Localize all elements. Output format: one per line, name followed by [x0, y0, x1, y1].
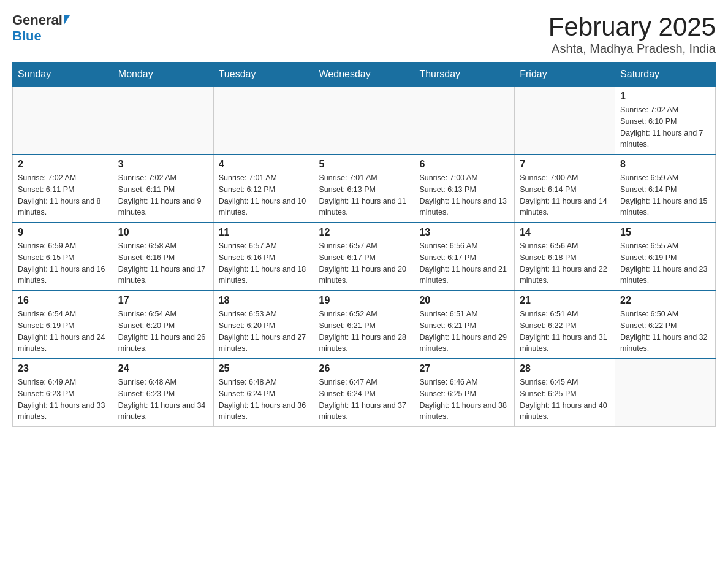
- header-tuesday: Tuesday: [213, 63, 314, 87]
- table-row: 18Sunrise: 6:53 AMSunset: 6:20 PMDayligh…: [213, 291, 314, 359]
- table-row: [113, 86, 213, 155]
- table-row: 2Sunrise: 7:02 AMSunset: 6:11 PMDaylight…: [13, 155, 113, 223]
- day-number: 28: [520, 363, 610, 374]
- day-info: Sunrise: 6:54 AMSunset: 6:20 PMDaylight:…: [118, 308, 208, 354]
- table-row: [515, 86, 615, 155]
- logo-blue-text: Blue: [12, 28, 42, 44]
- page-header: General Blue February 2025 Ashta, Madhya…: [12, 12, 716, 56]
- day-number: 10: [118, 227, 208, 238]
- logo: General Blue: [12, 12, 70, 44]
- day-info: Sunrise: 6:53 AMSunset: 6:20 PMDaylight:…: [219, 308, 309, 354]
- day-number: 23: [18, 363, 108, 374]
- calendar-week-row: 23Sunrise: 6:49 AMSunset: 6:23 PMDayligh…: [13, 359, 716, 427]
- day-info: Sunrise: 7:01 AMSunset: 6:12 PMDaylight:…: [219, 172, 309, 218]
- day-info: Sunrise: 6:52 AMSunset: 6:21 PMDaylight:…: [319, 308, 409, 354]
- calendar-week-row: 9Sunrise: 6:59 AMSunset: 6:15 PMDaylight…: [13, 223, 716, 291]
- day-info: Sunrise: 6:59 AMSunset: 6:15 PMDaylight:…: [18, 240, 108, 286]
- day-info: Sunrise: 6:59 AMSunset: 6:14 PMDaylight:…: [620, 172, 710, 218]
- day-number: 17: [118, 295, 208, 306]
- day-number: 6: [419, 159, 509, 170]
- day-info: Sunrise: 6:48 AMSunset: 6:24 PMDaylight:…: [219, 377, 309, 423]
- table-row: 26Sunrise: 6:47 AMSunset: 6:24 PMDayligh…: [314, 359, 414, 427]
- calendar-week-row: 1Sunrise: 7:02 AMSunset: 6:10 PMDaylight…: [13, 86, 716, 155]
- header-thursday: Thursday: [414, 63, 515, 87]
- table-row: [13, 86, 113, 155]
- header-sunday: Sunday: [13, 63, 113, 87]
- table-row: 7Sunrise: 7:00 AMSunset: 6:14 PMDaylight…: [515, 155, 615, 223]
- table-row: 25Sunrise: 6:48 AMSunset: 6:24 PMDayligh…: [213, 359, 314, 427]
- calendar-week-row: 2Sunrise: 7:02 AMSunset: 6:11 PMDaylight…: [13, 155, 716, 223]
- location-title: Ashta, Madhya Pradesh, India: [548, 42, 716, 56]
- table-row: 27Sunrise: 6:46 AMSunset: 6:25 PMDayligh…: [414, 359, 515, 427]
- day-number: 22: [620, 295, 710, 306]
- table-row: 10Sunrise: 6:58 AMSunset: 6:16 PMDayligh…: [113, 223, 213, 291]
- day-info: Sunrise: 6:56 AMSunset: 6:17 PMDaylight:…: [419, 240, 509, 286]
- day-number: 19: [319, 295, 409, 306]
- table-row: 19Sunrise: 6:52 AMSunset: 6:21 PMDayligh…: [314, 291, 414, 359]
- table-row: 24Sunrise: 6:48 AMSunset: 6:23 PMDayligh…: [113, 359, 213, 427]
- calendar-week-row: 16Sunrise: 6:54 AMSunset: 6:19 PMDayligh…: [13, 291, 716, 359]
- day-number: 4: [219, 159, 309, 170]
- month-title: February 2025: [548, 12, 716, 42]
- day-number: 1: [620, 91, 710, 102]
- table-row: 12Sunrise: 6:57 AMSunset: 6:17 PMDayligh…: [314, 223, 414, 291]
- header-monday: Monday: [113, 63, 213, 87]
- day-info: Sunrise: 6:49 AMSunset: 6:23 PMDaylight:…: [18, 377, 108, 423]
- day-number: 3: [118, 159, 208, 170]
- day-number: 9: [18, 227, 108, 238]
- table-row: 16Sunrise: 6:54 AMSunset: 6:19 PMDayligh…: [13, 291, 113, 359]
- day-number: 16: [18, 295, 108, 306]
- day-info: Sunrise: 6:46 AMSunset: 6:25 PMDaylight:…: [419, 377, 509, 423]
- table-row: 14Sunrise: 6:56 AMSunset: 6:18 PMDayligh…: [515, 223, 615, 291]
- day-info: Sunrise: 6:51 AMSunset: 6:21 PMDaylight:…: [419, 308, 509, 354]
- day-info: Sunrise: 6:50 AMSunset: 6:22 PMDaylight:…: [620, 308, 710, 354]
- day-info: Sunrise: 6:51 AMSunset: 6:22 PMDaylight:…: [520, 308, 610, 354]
- day-number: 18: [219, 295, 309, 306]
- day-number: 8: [620, 159, 710, 170]
- day-number: 25: [219, 363, 309, 374]
- title-block: February 2025 Ashta, Madhya Pradesh, Ind…: [548, 12, 716, 56]
- table-row: 21Sunrise: 6:51 AMSunset: 6:22 PMDayligh…: [515, 291, 615, 359]
- table-row: 8Sunrise: 6:59 AMSunset: 6:14 PMDaylight…: [615, 155, 716, 223]
- table-row: [414, 86, 515, 155]
- day-info: Sunrise: 6:55 AMSunset: 6:19 PMDaylight:…: [620, 240, 710, 286]
- table-row: 11Sunrise: 6:57 AMSunset: 6:16 PMDayligh…: [213, 223, 314, 291]
- table-row: 3Sunrise: 7:02 AMSunset: 6:11 PMDaylight…: [113, 155, 213, 223]
- table-row: 28Sunrise: 6:45 AMSunset: 6:25 PMDayligh…: [515, 359, 615, 427]
- calendar-table: Sunday Monday Tuesday Wednesday Thursday…: [12, 62, 716, 427]
- table-row: 22Sunrise: 6:50 AMSunset: 6:22 PMDayligh…: [615, 291, 716, 359]
- day-info: Sunrise: 6:56 AMSunset: 6:18 PMDaylight:…: [520, 240, 610, 286]
- day-number: 14: [520, 227, 610, 238]
- day-number: 21: [520, 295, 610, 306]
- table-row: 6Sunrise: 7:00 AMSunset: 6:13 PMDaylight…: [414, 155, 515, 223]
- day-info: Sunrise: 7:02 AMSunset: 6:10 PMDaylight:…: [620, 104, 710, 150]
- day-number: 12: [319, 227, 409, 238]
- day-number: 5: [319, 159, 409, 170]
- table-row: [615, 359, 716, 427]
- header-wednesday: Wednesday: [314, 63, 414, 87]
- table-row: 1Sunrise: 7:02 AMSunset: 6:10 PMDaylight…: [615, 86, 716, 155]
- table-row: 17Sunrise: 6:54 AMSunset: 6:20 PMDayligh…: [113, 291, 213, 359]
- day-number: 13: [419, 227, 509, 238]
- day-info: Sunrise: 7:00 AMSunset: 6:14 PMDaylight:…: [520, 172, 610, 218]
- day-info: Sunrise: 6:45 AMSunset: 6:25 PMDaylight:…: [520, 377, 610, 423]
- day-info: Sunrise: 7:02 AMSunset: 6:11 PMDaylight:…: [118, 172, 208, 218]
- calendar-header-row: Sunday Monday Tuesday Wednesday Thursday…: [13, 63, 716, 87]
- day-number: 20: [419, 295, 509, 306]
- day-info: Sunrise: 6:48 AMSunset: 6:23 PMDaylight:…: [118, 377, 208, 423]
- table-row: 20Sunrise: 6:51 AMSunset: 6:21 PMDayligh…: [414, 291, 515, 359]
- day-number: 26: [319, 363, 409, 374]
- day-info: Sunrise: 7:01 AMSunset: 6:13 PMDaylight:…: [319, 172, 409, 218]
- table-row: 13Sunrise: 6:56 AMSunset: 6:17 PMDayligh…: [414, 223, 515, 291]
- header-saturday: Saturday: [615, 63, 716, 87]
- logo-general-text: General: [12, 12, 63, 28]
- table-row: [314, 86, 414, 155]
- day-info: Sunrise: 6:54 AMSunset: 6:19 PMDaylight:…: [18, 308, 108, 354]
- day-info: Sunrise: 6:57 AMSunset: 6:16 PMDaylight:…: [219, 240, 309, 286]
- table-row: 15Sunrise: 6:55 AMSunset: 6:19 PMDayligh…: [615, 223, 716, 291]
- header-friday: Friday: [515, 63, 615, 87]
- day-info: Sunrise: 6:47 AMSunset: 6:24 PMDaylight:…: [319, 377, 409, 423]
- day-number: 7: [520, 159, 610, 170]
- day-number: 27: [419, 363, 509, 374]
- logo-triangle-icon: [64, 15, 70, 25]
